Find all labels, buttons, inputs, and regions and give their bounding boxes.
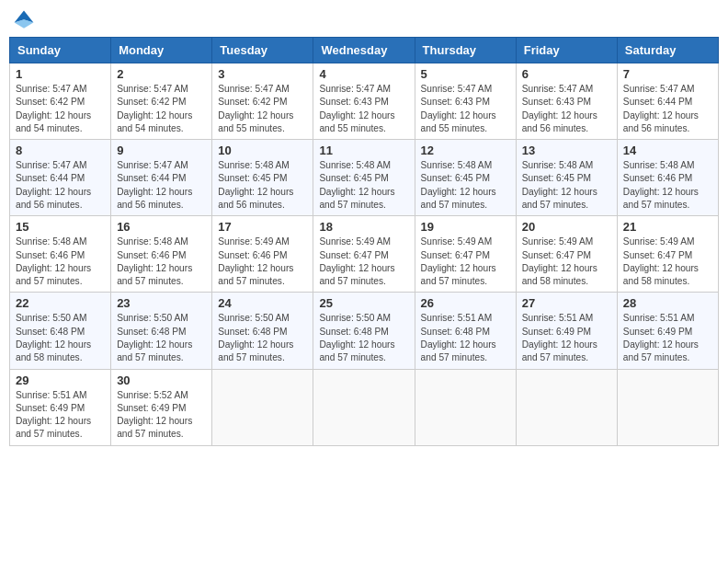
calendar-cell: 1 Sunrise: 5:47 AMSunset: 6:42 PMDayligh…	[10, 63, 111, 140]
page-header	[9, 9, 719, 31]
day-number: 25	[319, 296, 408, 310]
calendar-cell: 27 Sunrise: 5:51 AMSunset: 6:49 PMDaylig…	[516, 293, 617, 369]
day-number: 19	[421, 220, 510, 234]
calendar-cell: 7 Sunrise: 5:47 AMSunset: 6:44 PMDayligh…	[617, 63, 718, 140]
day-number: 10	[218, 144, 307, 157]
header-sunday: Sunday	[10, 38, 111, 63]
day-info: Sunrise: 5:48 AMSunset: 6:46 PMDaylight:…	[117, 236, 192, 286]
day-info: Sunrise: 5:51 AMSunset: 6:48 PMDaylight:…	[421, 313, 496, 362]
calendar-week-row: 1 Sunrise: 5:47 AMSunset: 6:42 PMDayligh…	[10, 63, 719, 140]
day-number: 6	[522, 67, 611, 81]
day-number: 28	[623, 296, 712, 310]
calendar-cell	[415, 369, 516, 445]
day-info: Sunrise: 5:51 AMSunset: 6:49 PMDaylight:…	[522, 313, 597, 362]
day-info: Sunrise: 5:47 AMSunset: 6:42 PMDaylight:…	[218, 84, 293, 133]
day-number: 30	[117, 373, 206, 387]
day-number: 20	[522, 220, 611, 234]
calendar-table: SundayMondayTuesdayWednesdayThursdayFrid…	[9, 37, 719, 446]
calendar-cell: 22 Sunrise: 5:50 AMSunset: 6:48 PMDaylig…	[10, 293, 111, 369]
calendar-cell	[313, 369, 415, 445]
calendar-header-row: SundayMondayTuesdayWednesdayThursdayFrid…	[10, 38, 719, 63]
day-info: Sunrise: 5:48 AMSunset: 6:46 PMDaylight:…	[623, 160, 699, 210]
calendar-cell: 30 Sunrise: 5:52 AMSunset: 6:49 PMDaylig…	[111, 369, 212, 445]
calendar-cell	[617, 369, 718, 445]
calendar-cell: 21 Sunrise: 5:49 AMSunset: 6:47 PMDaylig…	[617, 216, 718, 293]
day-number: 17	[218, 220, 307, 234]
calendar-week-row: 22 Sunrise: 5:50 AMSunset: 6:48 PMDaylig…	[10, 293, 719, 369]
day-info: Sunrise: 5:48 AMSunset: 6:45 PMDaylight:…	[522, 160, 597, 210]
day-info: Sunrise: 5:48 AMSunset: 6:46 PMDaylight:…	[16, 236, 91, 286]
logo	[13, 9, 37, 31]
day-info: Sunrise: 5:48 AMSunset: 6:45 PMDaylight:…	[421, 160, 496, 210]
day-info: Sunrise: 5:52 AMSunset: 6:49 PMDaylight:…	[117, 390, 192, 440]
day-info: Sunrise: 5:51 AMSunset: 6:49 PMDaylight:…	[623, 313, 699, 362]
day-number: 14	[623, 144, 712, 157]
header-tuesday: Tuesday	[212, 38, 313, 63]
day-info: Sunrise: 5:50 AMSunset: 6:48 PMDaylight:…	[218, 313, 293, 362]
calendar-cell: 15 Sunrise: 5:48 AMSunset: 6:46 PMDaylig…	[10, 216, 111, 293]
day-number: 2	[117, 67, 206, 81]
header-wednesday: Wednesday	[313, 38, 415, 63]
logo-icon	[13, 9, 35, 31]
day-number: 11	[319, 144, 408, 157]
day-info: Sunrise: 5:47 AMSunset: 6:42 PMDaylight:…	[117, 84, 192, 133]
day-info: Sunrise: 5:47 AMSunset: 6:42 PMDaylight:…	[16, 84, 91, 133]
day-info: Sunrise: 5:48 AMSunset: 6:45 PMDaylight:…	[218, 160, 293, 210]
day-info: Sunrise: 5:47 AMSunset: 6:44 PMDaylight:…	[16, 160, 91, 210]
day-number: 3	[218, 67, 307, 81]
header-friday: Friday	[516, 38, 617, 63]
header-thursday: Thursday	[415, 38, 516, 63]
day-number: 26	[421, 296, 510, 310]
calendar-cell: 10 Sunrise: 5:48 AMSunset: 6:45 PMDaylig…	[212, 140, 313, 216]
calendar-week-row: 8 Sunrise: 5:47 AMSunset: 6:44 PMDayligh…	[10, 140, 719, 216]
day-info: Sunrise: 5:50 AMSunset: 6:48 PMDaylight:…	[117, 313, 192, 362]
calendar-cell: 29 Sunrise: 5:51 AMSunset: 6:49 PMDaylig…	[10, 369, 111, 445]
day-number: 22	[16, 296, 105, 310]
day-number: 18	[319, 220, 408, 234]
day-number: 8	[16, 144, 105, 157]
day-number: 5	[421, 67, 510, 81]
calendar-cell: 16 Sunrise: 5:48 AMSunset: 6:46 PMDaylig…	[111, 216, 212, 293]
header-monday: Monday	[111, 38, 212, 63]
calendar-cell: 26 Sunrise: 5:51 AMSunset: 6:48 PMDaylig…	[415, 293, 516, 369]
day-number: 1	[16, 67, 105, 81]
calendar-cell: 2 Sunrise: 5:47 AMSunset: 6:42 PMDayligh…	[111, 63, 212, 140]
day-number: 24	[218, 296, 307, 310]
calendar-cell	[516, 369, 617, 445]
day-info: Sunrise: 5:51 AMSunset: 6:49 PMDaylight:…	[16, 390, 91, 440]
day-number: 13	[522, 144, 611, 157]
day-info: Sunrise: 5:47 AMSunset: 6:43 PMDaylight:…	[421, 84, 496, 133]
day-number: 29	[16, 373, 105, 387]
day-info: Sunrise: 5:50 AMSunset: 6:48 PMDaylight:…	[16, 313, 91, 362]
calendar-cell: 20 Sunrise: 5:49 AMSunset: 6:47 PMDaylig…	[516, 216, 617, 293]
calendar-cell: 4 Sunrise: 5:47 AMSunset: 6:43 PMDayligh…	[313, 63, 415, 140]
calendar-cell: 28 Sunrise: 5:51 AMSunset: 6:49 PMDaylig…	[617, 293, 718, 369]
calendar-cell: 8 Sunrise: 5:47 AMSunset: 6:44 PMDayligh…	[10, 140, 111, 216]
day-info: Sunrise: 5:49 AMSunset: 6:47 PMDaylight:…	[623, 236, 699, 286]
calendar-cell: 12 Sunrise: 5:48 AMSunset: 6:45 PMDaylig…	[415, 140, 516, 216]
header-saturday: Saturday	[617, 38, 718, 63]
calendar-week-row: 15 Sunrise: 5:48 AMSunset: 6:46 PMDaylig…	[10, 216, 719, 293]
day-info: Sunrise: 5:47 AMSunset: 6:44 PMDaylight:…	[117, 160, 192, 210]
day-info: Sunrise: 5:47 AMSunset: 6:43 PMDaylight:…	[522, 84, 597, 133]
day-number: 21	[623, 220, 712, 234]
calendar-cell: 17 Sunrise: 5:49 AMSunset: 6:46 PMDaylig…	[212, 216, 313, 293]
calendar-cell: 14 Sunrise: 5:48 AMSunset: 6:46 PMDaylig…	[617, 140, 718, 216]
day-info: Sunrise: 5:49 AMSunset: 6:47 PMDaylight:…	[522, 236, 597, 286]
day-info: Sunrise: 5:47 AMSunset: 6:43 PMDaylight:…	[319, 84, 394, 133]
day-info: Sunrise: 5:50 AMSunset: 6:48 PMDaylight:…	[319, 313, 394, 362]
calendar-cell: 13 Sunrise: 5:48 AMSunset: 6:45 PMDaylig…	[516, 140, 617, 216]
calendar-cell: 9 Sunrise: 5:47 AMSunset: 6:44 PMDayligh…	[111, 140, 212, 216]
day-number: 12	[421, 144, 510, 157]
calendar-cell: 23 Sunrise: 5:50 AMSunset: 6:48 PMDaylig…	[111, 293, 212, 369]
calendar-cell: 19 Sunrise: 5:49 AMSunset: 6:47 PMDaylig…	[415, 216, 516, 293]
day-info: Sunrise: 5:48 AMSunset: 6:45 PMDaylight:…	[319, 160, 394, 210]
day-number: 9	[117, 144, 206, 157]
calendar-week-row: 29 Sunrise: 5:51 AMSunset: 6:49 PMDaylig…	[10, 369, 719, 445]
day-number: 7	[623, 67, 712, 81]
day-number: 23	[117, 296, 206, 310]
calendar-cell: 11 Sunrise: 5:48 AMSunset: 6:45 PMDaylig…	[313, 140, 415, 216]
day-number: 4	[319, 67, 408, 81]
calendar-cell: 3 Sunrise: 5:47 AMSunset: 6:42 PMDayligh…	[212, 63, 313, 140]
calendar-cell: 6 Sunrise: 5:47 AMSunset: 6:43 PMDayligh…	[516, 63, 617, 140]
